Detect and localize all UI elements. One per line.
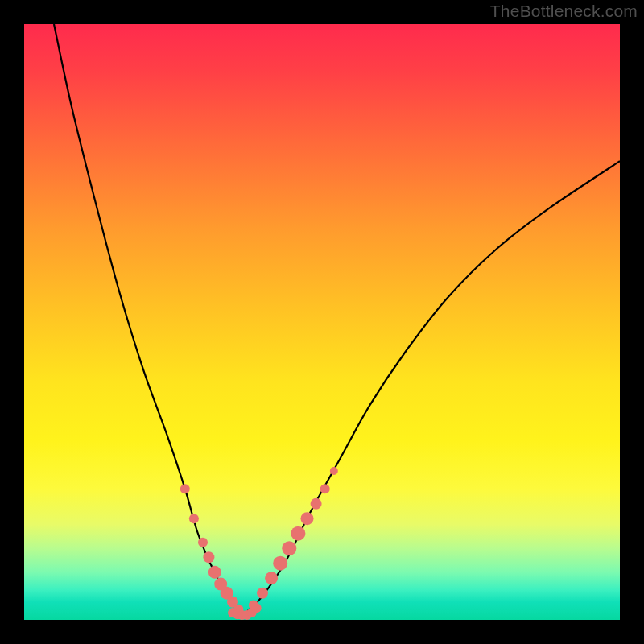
marker-dot	[189, 514, 199, 523]
curve-layer	[24, 24, 620, 620]
marker-dot	[320, 484, 330, 493]
marker-dot	[208, 566, 221, 579]
data-markers	[180, 467, 338, 620]
marker-dot	[311, 498, 322, 510]
bottleneck-curve-right	[245, 161, 620, 613]
marker-dot	[291, 526, 305, 541]
marker-dot	[203, 551, 214, 563]
marker-dot	[249, 601, 258, 610]
marker-dot	[180, 484, 190, 493]
marker-dot	[265, 572, 278, 584]
marker-dot	[198, 538, 208, 547]
bottleneck-curve-left	[54, 24, 245, 614]
marker-dot	[330, 467, 338, 475]
marker-dot	[282, 541, 296, 555]
chart-frame: TheBottleneck.com	[0, 0, 644, 644]
marker-dot	[301, 512, 314, 525]
watermark-text: TheBottleneck.com	[490, 2, 638, 21]
marker-dot	[273, 556, 287, 571]
marker-dot	[257, 588, 268, 599]
gradient-plot-area	[24, 24, 620, 620]
